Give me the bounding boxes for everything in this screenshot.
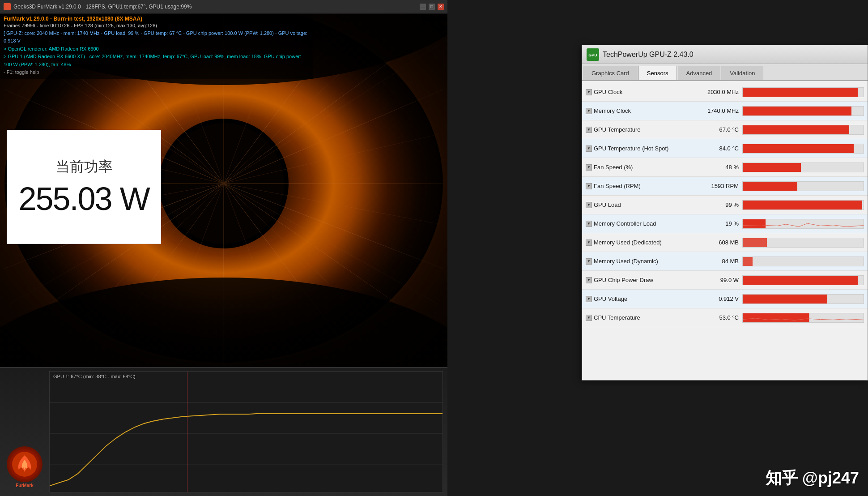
sensor-name-10: ▼ GPU Chip Power Draw — [586, 277, 693, 283]
power-value: 255.03 W — [18, 180, 149, 217]
temp-graph-container: GPU 1: 67°C (min: 38°C - max: 68°C) — [49, 371, 443, 492]
furmark-logo — [7, 446, 43, 482]
sensor-name-0: ▼ GPU Clock — [586, 89, 693, 95]
sensor-value-1: 1740.0 MHz — [693, 107, 742, 114]
furmark-line2: Frames:79996 - time:00:10:26 - FPS:128 (… — [4, 22, 310, 30]
sensor-bar-fill-4 — [743, 163, 801, 172]
furmark-titlebar: Geeks3D FurMark v1.29.0.0 - 128FPS, GPU1… — [0, 0, 447, 13]
sensor-bar-fill-11 — [743, 295, 827, 304]
gpuz-titlebar: GPU TechPowerUp GPU-Z 2.43.0 — [582, 45, 868, 64]
maximize-button[interactable]: □ — [429, 4, 435, 10]
furmark-window-controls[interactable]: — □ ✕ — [420, 4, 444, 10]
sensor-dropdown-5[interactable]: ▼ — [586, 183, 592, 189]
sensor-name-7: ▼ Memory Controller Load — [586, 220, 693, 227]
furmark-overlay-text: FurMark v1.29.0.0 - Burn-in test, 1920x1… — [0, 13, 313, 79]
sensor-value-8: 608 MB — [693, 239, 742, 246]
svg-rect-45 — [743, 219, 766, 228]
sensor-dropdown-1[interactable]: ▼ — [586, 108, 592, 114]
sensor-bar-container-9 — [742, 257, 864, 266]
gpuz-title: TechPowerUp GPU-Z 2.43.0 — [603, 51, 694, 59]
sensor-bar-container-3 — [742, 144, 864, 154]
sensor-name-5: ▼ Fan Speed (RPM) — [586, 183, 693, 189]
sensor-bar-container-2 — [742, 125, 864, 135]
sensor-dropdown-8[interactable]: ▼ — [586, 239, 592, 246]
furmark-window-title: Geeks3D FurMark v1.29.0.0 - 128FPS, GPU1… — [13, 4, 420, 10]
furmark-logo-text: FurMark — [7, 483, 43, 488]
gpuz-logo: GPU — [587, 48, 599, 61]
tab-sensors[interactable]: Sensors — [638, 66, 677, 80]
sensor-value-6: 99 % — [693, 201, 742, 208]
tab-advanced[interactable]: Advanced — [678, 66, 721, 80]
sensor-bar-container-5 — [742, 181, 864, 191]
power-display-box: 当前功率 255.03 W — [7, 130, 161, 244]
sensor-row-8: ▼ Memory Used (Dedicated) 608 MB — [582, 233, 868, 252]
sensor-name-1: ▼ Memory Clock — [586, 107, 693, 114]
sensor-value-9: 84 MB — [693, 258, 742, 265]
sensor-name-6: ▼ GPU Load — [586, 201, 693, 208]
sensor-value-11: 0.912 V — [693, 295, 742, 302]
sensor-bar-fill-2 — [743, 125, 849, 134]
sensor-value-4: 48 % — [693, 164, 742, 171]
sensor-name-2: ▼ GPU Temperature — [586, 126, 693, 133]
temp-graph-svg — [50, 372, 443, 492]
furmark-line3: [ GPU-Z: core: 2040 MHz - mem: 1740 MHz … — [4, 30, 310, 45]
sensor-row-5: ▼ Fan Speed (RPM) 1593 RPM — [582, 177, 868, 196]
sensor-row-0: ▼ GPU Clock 2030.0 MHz — [582, 83, 868, 102]
furmark-line1: FurMark v1.29.0.0 - Burn-in test, 1920x1… — [4, 16, 310, 22]
sensor-dropdown-9[interactable]: ▼ — [586, 258, 592, 265]
furmark-line4: > OpenGL renderer: AMD Radeon RX 6600 — [4, 45, 310, 53]
sensor-bar-container-10 — [742, 275, 864, 285]
sensor-row-11: ▼ GPU Voltage 0.912 V — [582, 290, 868, 308]
sensor-bar-fill-1 — [743, 107, 851, 115]
temp-graph-marker — [187, 372, 187, 492]
sensor-dropdown-4[interactable]: ▼ — [586, 164, 592, 171]
sensor-row-4: ▼ Fan Speed (%) 48 % — [582, 158, 868, 177]
sensor-row-12: ▼ CPU Temperature 53.0 °C — [582, 308, 868, 327]
sensor-bar-fill-10 — [743, 276, 858, 285]
sensor-dropdown-6[interactable]: ▼ — [586, 202, 592, 208]
temp-graph-area: FurMark GPU 1: 67°C (min: 38°C - max: 68… — [0, 367, 447, 496]
sensor-bar-container-4 — [742, 162, 864, 172]
sensor-name-4: ▼ Fan Speed (%) — [586, 164, 693, 171]
furmark-app-icon — [4, 3, 11, 10]
sensor-value-5: 1593 RPM — [693, 183, 742, 189]
sensor-dropdown-11[interactable]: ▼ — [586, 296, 592, 302]
sensor-list: ▼ GPU Clock 2030.0 MHz ▼ Memory Clock 17… — [582, 81, 868, 329]
sensor-bar-fill-3 — [743, 144, 854, 153]
furmark-line5: > GPU 1 (AMD Radeon RX 6600 XT) - core: … — [4, 53, 310, 68]
minimize-button[interactable]: — — [420, 4, 426, 10]
furmark-line6: - F1: toggle help — [4, 68, 310, 77]
sensor-row-7: ▼ Memory Controller Load 19 % — [582, 214, 868, 233]
sensor-name-8: ▼ Memory Used (Dedicated) — [586, 239, 693, 246]
sensor-bar-container-8 — [742, 238, 864, 248]
sensor-row-9: ▼ Memory Used (Dynamic) 84 MB — [582, 252, 868, 271]
tab-validation[interactable]: Validation — [721, 66, 763, 80]
sensor-bar-container-1 — [742, 106, 864, 116]
power-label: 当前功率 — [55, 157, 113, 177]
sensor-dropdown-10[interactable]: ▼ — [586, 277, 592, 283]
svg-text:GPU: GPU — [588, 53, 597, 57]
gpuz-panel: GPU TechPowerUp GPU-Z 2.43.0 Graphics Ca… — [582, 45, 868, 381]
sensor-dropdown-2[interactable]: ▼ — [586, 127, 592, 133]
gpuz-logo-svg: GPU — [588, 50, 598, 60]
sensor-dropdown-3[interactable]: ▼ — [586, 145, 592, 152]
close-button[interactable]: ✕ — [438, 4, 444, 10]
furmark-logo-svg — [9, 449, 40, 480]
watermark: 知乎 @pj247 — [766, 467, 859, 489]
sensor-dropdown-12[interactable]: ▼ — [586, 315, 592, 321]
sensor-value-2: 67.0 °C — [693, 126, 742, 133]
svg-rect-46 — [743, 313, 809, 322]
sensor-bar-container-11 — [742, 294, 864, 304]
sensor-bar-fill-8 — [743, 238, 767, 247]
sensor-bar-fill-9 — [743, 257, 753, 266]
furmark-logo-container: FurMark — [7, 446, 43, 488]
sensor-dropdown-0[interactable]: ▼ — [586, 89, 592, 95]
sensor-value-0: 2030.0 MHz — [693, 89, 742, 95]
sensor-bar-fill-6 — [743, 201, 862, 210]
tab-graphics-card[interactable]: Graphics Card — [583, 66, 638, 80]
sensor-name-3: ▼ GPU Temperature (Hot Spot) — [586, 145, 693, 152]
sensor-bar-spark-12 — [743, 313, 864, 322]
sensor-dropdown-7[interactable]: ▼ — [586, 221, 592, 227]
sensor-row-1: ▼ Memory Clock 1740.0 MHz — [582, 102, 868, 120]
sensor-value-3: 84.0 °C — [693, 145, 742, 152]
